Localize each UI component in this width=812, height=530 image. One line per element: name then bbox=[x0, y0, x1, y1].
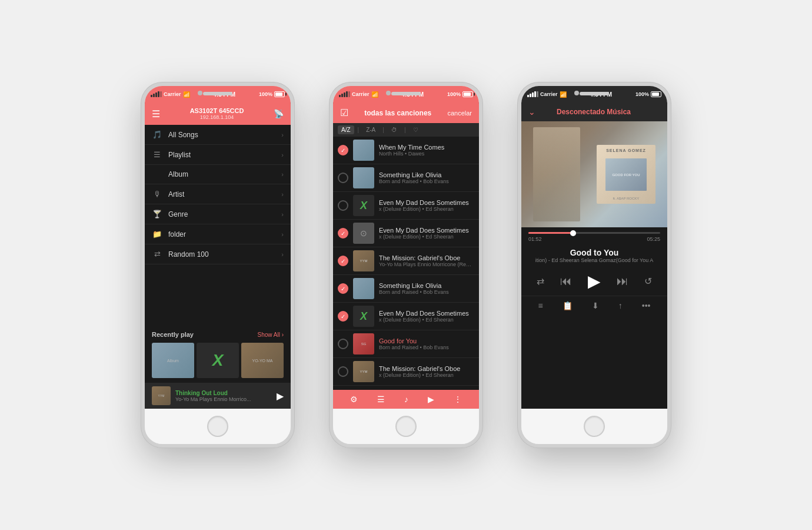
check-3 bbox=[338, 200, 348, 211]
phones-container: Carrier 📶 4:34 PM 100% ☰ AS3102T 645CCD … bbox=[118, 59, 694, 471]
song-item-3[interactable]: X Even My Dad Does Sometimes x (Deluxe E… bbox=[333, 192, 479, 220]
chevron-down-icon[interactable]: ⌄ bbox=[528, 107, 535, 117]
song-item-5[interactable]: ✓ YYM The Mission: Gabriel's Oboe Yo-Yo … bbox=[333, 247, 479, 275]
home-button[interactable] bbox=[395, 416, 417, 437]
time-row: 01:52 05:25 bbox=[528, 236, 660, 242]
song-sub-1: North Hills • Dawes bbox=[379, 151, 474, 157]
queue-action-icon[interactable]: ☰ bbox=[377, 395, 385, 404]
lyrics-icon[interactable]: 📋 bbox=[563, 301, 573, 310]
current-time: 01:52 bbox=[528, 236, 542, 242]
check-2 bbox=[338, 173, 348, 183]
filter-action-icon[interactable]: ⚙ bbox=[350, 395, 358, 404]
more-icon[interactable]: ••• bbox=[642, 301, 651, 310]
song-info-2: Something Like Olivia Born and Raised • … bbox=[379, 171, 474, 184]
menu-folder[interactable]: 📁 folder › bbox=[145, 224, 291, 244]
album-thumb-3[interactable]: YO-YO MA bbox=[241, 343, 284, 378]
song-info-4: Even My Dad Does Sometimes x (Deluxe Edi… bbox=[379, 227, 474, 240]
cancel-button[interactable]: cancelar bbox=[447, 110, 472, 117]
add-action-icon[interactable]: ♪ bbox=[404, 395, 408, 404]
song-item-4[interactable]: ✓ ⊙ Even My Dad Does Sometimes x (Deluxe… bbox=[333, 220, 479, 247]
device-ip: 192.168.1.104 bbox=[190, 114, 244, 120]
progress-section: 01:52 05:25 bbox=[521, 227, 667, 244]
battery-icon bbox=[462, 91, 473, 97]
arrow-icon: › bbox=[281, 171, 284, 178]
wifi-broadcast-icon[interactable]: 📡 bbox=[274, 109, 284, 118]
album-thumb-1[interactable]: Album bbox=[152, 343, 194, 378]
phone3-screen: ⌄ Desconectado Música SELENA GOMEZ GOOD … bbox=[521, 102, 667, 409]
hamburger-icon[interactable]: ☰ bbox=[152, 108, 160, 120]
filter-az[interactable]: A/Z bbox=[338, 125, 354, 134]
phone1-time: 4:34 PM bbox=[213, 91, 235, 98]
home-button[interactable] bbox=[207, 416, 228, 437]
song-info-3: Even My Dad Does Sometimes x (Deluxe Edi… bbox=[379, 199, 474, 212]
menu-all-songs[interactable]: 🎵 All Songs › bbox=[145, 125, 291, 145]
song-sub-2: Born and Raised • Bob Evans bbox=[379, 178, 474, 184]
play-action-icon[interactable]: ▶ bbox=[428, 395, 434, 404]
wifi-icon: 📶 bbox=[371, 91, 378, 98]
phone3-bottom bbox=[521, 409, 667, 444]
player-controls: ⇄ ⏮ ▶ ⏭ ↺ bbox=[521, 267, 667, 296]
arrow-icon: › bbox=[281, 251, 284, 258]
song-sub-7: x (Deluxe Edition) • Ed Sheeran bbox=[379, 317, 474, 323]
check-5: ✓ bbox=[338, 256, 348, 266]
recently-play-title: Recently play bbox=[152, 331, 194, 338]
phone-3: Carrier 📶 4:34 PM 100% ⌄ Desconectado Mú… bbox=[518, 82, 671, 448]
show-all-button[interactable]: Show All › bbox=[258, 332, 284, 338]
download-icon[interactable]: ⬇ bbox=[592, 301, 599, 310]
share-icon[interactable]: ↑ bbox=[618, 301, 623, 310]
song-sub-3: x (Deluxe Edition) • Ed Sheeran bbox=[379, 206, 474, 212]
progress-bar[interactable] bbox=[528, 232, 660, 234]
filter-fav[interactable]: ♡ bbox=[410, 125, 422, 134]
song-thumb-7: X bbox=[353, 306, 374, 327]
phone-1: Carrier 📶 4:34 PM 100% ☰ AS3102T 645CCD … bbox=[141, 82, 294, 448]
phone1-header: ☰ AS3102T 645CCD 192.168.1.104 📡 bbox=[145, 102, 291, 125]
phone2-carrier-signal: Carrier 📶 bbox=[339, 91, 378, 98]
checkbox-icon[interactable]: ☑ bbox=[340, 107, 348, 118]
play-pause-button[interactable]: ▶ bbox=[588, 271, 601, 291]
song-title-6: Something Like Olivia bbox=[379, 282, 474, 289]
song-thumb-9: YYM bbox=[353, 361, 374, 382]
prev-button[interactable]: ⏮ bbox=[560, 274, 572, 288]
queue-icon[interactable]: ≡ bbox=[538, 301, 543, 310]
next-button[interactable]: ⏭ bbox=[617, 274, 628, 288]
play-button[interactable]: ▶ bbox=[277, 390, 284, 402]
wifi-icon: 📶 bbox=[560, 91, 567, 98]
phone1-header-center: AS3102T 645CCD 192.168.1.104 bbox=[190, 107, 244, 120]
menu-playlist[interactable]: ☰ Playlist › bbox=[145, 145, 291, 165]
filter-bar: A/Z | Z-A | ⏱ | ♡ bbox=[333, 123, 479, 137]
player-song-title: Good to You bbox=[528, 248, 660, 257]
album-thumb-2[interactable]: X bbox=[197, 343, 239, 378]
player-header-title: Desconectado Música bbox=[557, 108, 631, 116]
menu-genre[interactable]: 🍸 Genre › bbox=[145, 204, 291, 224]
now-playing-bar[interactable]: YYM Thinking Out Loud Yo-Yo Ma Plays Enn… bbox=[145, 383, 291, 409]
song-item-2[interactable]: Something Like Olivia Born and Raised • … bbox=[333, 164, 479, 192]
player-song-subtitle: ition) - Ed Sheeran Selena Gomaz(Good fo… bbox=[528, 257, 660, 263]
phone3-time: 4:34 PM bbox=[590, 91, 612, 98]
phone-2: Carrier 📶 4:34 PM 100% ☑ todas las canci… bbox=[330, 82, 482, 448]
phone3-battery: 100% bbox=[635, 91, 661, 97]
menu-artist[interactable]: 🎙 Artist › bbox=[145, 184, 291, 204]
all-songs-label: All Songs bbox=[168, 131, 281, 139]
song-item-7[interactable]: ✓ X Even My Dad Does Sometimes x (Deluxe… bbox=[333, 303, 479, 330]
more-action-icon[interactable]: ⋮ bbox=[454, 395, 462, 404]
menu-album[interactable]: Album › bbox=[145, 165, 291, 184]
phone2-bottom bbox=[333, 409, 479, 444]
song-info-1: When My Time Comes North Hills • Dawes bbox=[379, 144, 474, 157]
filter-time[interactable]: ⏱ bbox=[388, 125, 401, 134]
shuffle-button[interactable]: ⇄ bbox=[537, 276, 544, 287]
menu-random[interactable]: ⇄ Random 100 › bbox=[145, 244, 291, 264]
filter-za[interactable]: Z-A bbox=[362, 125, 379, 134]
song-thumb-8: SG bbox=[353, 333, 374, 355]
song-item-8[interactable]: SG Good for You Born and Raised • Bob Ev… bbox=[333, 330, 479, 358]
check-1: ✓ bbox=[338, 145, 348, 155]
repeat-button[interactable]: ↺ bbox=[644, 276, 652, 287]
song-item-1[interactable]: ✓ When My Time Comes North Hills • Dawes bbox=[333, 137, 479, 164]
arrow-icon: › bbox=[281, 211, 284, 218]
phone2-bottom-bar: ⚙ ☰ ♪ ▶ ⋮ bbox=[333, 390, 479, 409]
song-item-9[interactable]: YYM The Mission: Gabriel's Oboe x (Delux… bbox=[333, 358, 479, 386]
song-title-1: When My Time Comes bbox=[379, 144, 474, 151]
check-6: ✓ bbox=[338, 283, 348, 294]
now-playing-info: Thinking Out Loud Yo-Yo Ma Plays Ennio M… bbox=[175, 390, 272, 402]
song-item-6[interactable]: ✓ Something Like Olivia Born and Raised … bbox=[333, 275, 479, 303]
home-button[interactable] bbox=[584, 416, 605, 437]
